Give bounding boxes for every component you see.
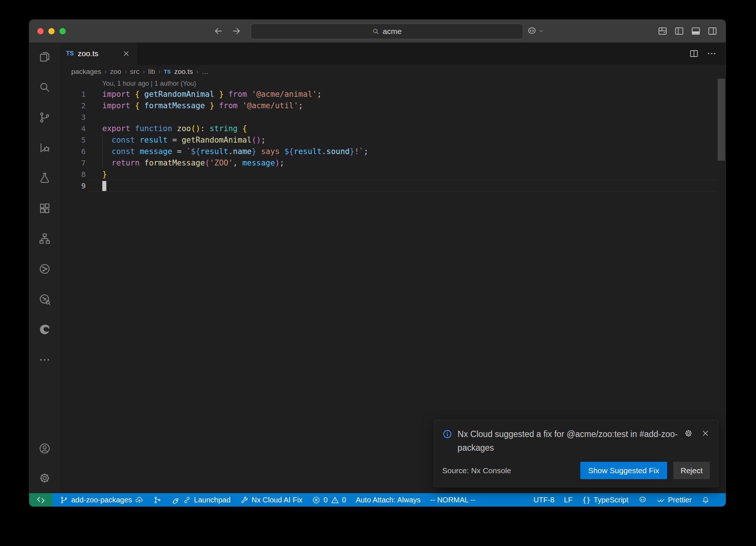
launchpad-icon [171,496,180,504]
copilot-icon [638,495,647,504]
formatter-item[interactable]: Prettier [652,493,697,506]
tab-close-icon[interactable] [122,50,130,58]
back-icon[interactable] [213,26,223,36]
line-number[interactable]: 7 [60,157,86,169]
notification-close-icon[interactable] [701,429,710,438]
code-token: import [102,90,130,99]
link-icon [183,496,191,504]
code-line[interactable]: 8} [60,169,726,180]
source-control-graph-item[interactable] [148,493,166,506]
line-number[interactable]: 6 [60,146,86,157]
code-token: says [256,147,284,156]
nx-cloud-ai-fix-item[interactable]: Nx Cloud AI Fix [236,493,307,506]
line-number[interactable]: 4 [60,123,86,134]
editor-scrollbar[interactable] [718,79,725,161]
code-token: result [293,147,322,156]
show-suggested-fix-button[interactable]: Show Suggested Fix [580,462,667,479]
code-line[interactable]: 6 const message = `${result.name} says $… [60,146,726,157]
breadcrumb-separator: › [143,68,145,75]
breadcrumb-item[interactable]: src [130,68,139,76]
line-number[interactable]: 9 [60,180,86,192]
language-item[interactable]: {} TypeScript [577,493,633,506]
code-token: from [219,101,238,110]
activity-item-settings[interactable] [38,472,51,484]
problems-item[interactable]: 0 0 [307,493,351,506]
activity-item-source-control[interactable] [38,111,51,124]
more-actions-icon[interactable] [707,48,717,59]
toggle-panel-icon[interactable] [691,26,701,36]
launchpad-item[interactable]: Launchpad [166,493,236,506]
activity-item-nx-project-graph[interactable] [38,263,51,275]
encoding-item[interactable]: UTF-8 [529,493,559,506]
notification-source: Source: Nx Console [442,466,511,475]
activity-item-accounts[interactable] [38,442,51,455]
notification-settings-icon[interactable] [684,429,693,438]
code-line[interactable]: 5 const result = getRandomAnimal(); [60,134,726,146]
breadcrumb-item[interactable]: zoo [110,68,121,76]
git-graph-icon [153,496,162,504]
activity-item-search[interactable] [38,81,51,93]
activity-item-additional-views[interactable] [38,354,51,366]
notifications-bell-item[interactable] [697,493,715,506]
activity-item-edge-browser[interactable] [38,323,51,336]
activity-item-testing[interactable] [38,172,51,184]
close-window-button[interactable] [37,28,44,34]
reject-button[interactable]: Reject [673,462,710,479]
tab-zoo-ts[interactable]: TS zoo.ts [60,42,137,65]
breadcrumb: packages›zoo›src›lib›TSzoo.ts›… [60,65,726,79]
gear-icon [38,472,51,484]
activity-item-run-debug[interactable] [38,141,51,154]
breadcrumb-item[interactable]: packages [71,68,101,76]
vim-mode-label: -- NORMAL -- [430,496,475,504]
code-token [224,90,228,99]
git-blame-lens[interactable]: You, 1 hour ago | 1 author (You) [102,79,726,89]
beaker-icon [38,172,51,184]
toggle-primary-sidebar-icon[interactable] [674,26,684,36]
remote-indicator[interactable] [29,493,52,506]
vim-mode-item[interactable]: -- NORMAL -- [425,493,480,506]
language-label: TypeScript [594,496,628,504]
editor-cursor [102,181,106,191]
eol-item[interactable]: LF [559,493,577,506]
branch-item[interactable]: add-zoo-packages [55,493,148,506]
auto-attach-item[interactable]: Auto Attach: Always [351,493,426,506]
command-center-search[interactable]: acme [251,24,523,39]
breadcrumb-overflow[interactable]: … [202,68,209,76]
zoom-window-button[interactable] [59,28,66,34]
code-token: } [210,101,214,110]
double-check-icon [657,496,665,504]
split-editor-icon[interactable] [689,48,699,59]
forward-icon[interactable] [231,26,242,36]
breadcrumb-item[interactable]: lib [148,68,155,76]
copilot-menu-button[interactable] [527,20,544,42]
type-hierarchy-icon [38,232,51,245]
code-token: function [135,124,172,133]
code-token: ) [275,158,280,167]
nx-cloud-ai-fix-label: Nx Cloud AI Fix [252,496,303,504]
line-number[interactable]: 5 [60,134,86,146]
code-line[interactable]: 3 [60,112,726,123]
customize-layout-icon[interactable] [657,26,668,36]
code-line[interactable]: 2import { formatMessage } from '@acme/ut… [60,100,726,112]
breadcrumb-file[interactable]: zoo.ts [174,68,193,76]
line-number[interactable]: 8 [60,169,86,180]
activity-item-nx-cloud-agents[interactable] [38,293,51,306]
copilot-status-item[interactable] [633,493,652,506]
notification-footer: Source: Nx Console Show Suggested Fix Re… [442,462,710,479]
code-token [247,90,252,99]
code-line[interactable]: 4export function zoo(): string { [60,123,726,134]
activity-item-extensions[interactable] [38,202,51,215]
line-number[interactable]: 2 [60,100,86,112]
code-line[interactable]: 7 return formatMessage('ZOO', message); [60,157,726,169]
code-token [102,147,111,156]
line-number[interactable]: 1 [60,89,86,100]
typescript-file-icon: TS [66,50,74,57]
code-line[interactable]: 1import { getRandomAnimal } from '@acme/… [60,89,726,100]
activity-item-explorer[interactable] [38,51,51,63]
line-number[interactable]: 3 [60,112,86,123]
edge-icon [38,323,51,336]
minimize-window-button[interactable] [48,28,55,34]
toggle-secondary-sidebar-icon[interactable] [707,26,718,36]
activity-item-nx-console[interactable] [38,232,51,245]
code-line[interactable]: 9 [60,180,726,192]
